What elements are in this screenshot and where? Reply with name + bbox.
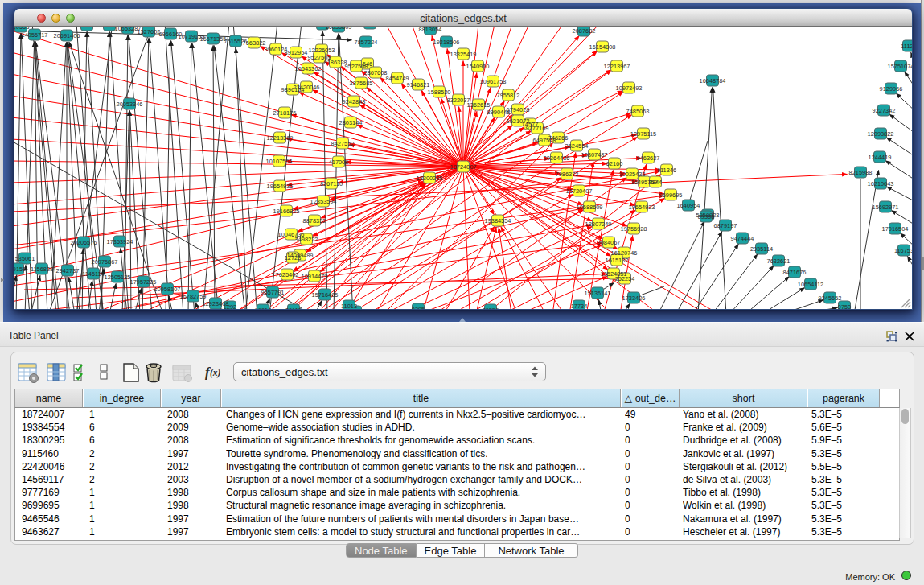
svg-text:19756928: 19756928 <box>621 225 647 233</box>
svg-text:10807487: 10807487 <box>581 151 608 159</box>
svg-text:1156829: 1156829 <box>31 266 53 273</box>
svg-text:12093822: 12093822 <box>868 130 894 138</box>
svg-text:8471676: 8471676 <box>783 269 807 276</box>
svg-text:7986372: 7986372 <box>556 171 579 178</box>
svg-text:19654923: 19654923 <box>629 204 655 211</box>
svg-text:96014: 96014 <box>255 307 272 309</box>
svg-text:535061: 535061 <box>15 255 35 262</box>
svg-text:19384554: 19384554 <box>485 217 511 225</box>
svg-text:20053346: 20053346 <box>117 101 143 108</box>
svg-text:15692971: 15692971 <box>873 204 899 211</box>
svg-text:10958107: 10958107 <box>154 286 181 293</box>
svg-text:10654112: 10654112 <box>798 281 823 288</box>
svg-text:11123: 11123 <box>901 43 912 50</box>
svg-text:20364436: 20364436 <box>544 154 570 162</box>
svg-text:18807249: 18807249 <box>585 220 612 228</box>
svg-text:546: 546 <box>363 60 372 68</box>
svg-text:8813054: 8813054 <box>419 27 442 33</box>
svg-text:17734: 17734 <box>571 303 588 309</box>
svg-text:16648784: 16648784 <box>700 77 726 84</box>
svg-text:1588520: 1588520 <box>428 89 451 96</box>
svg-text:62160: 62160 <box>606 160 623 167</box>
svg-text:18724007: 18724007 <box>450 163 477 171</box>
svg-text:2087682: 2087682 <box>573 27 596 35</box>
svg-text:1640954: 1640954 <box>677 202 700 209</box>
svg-text:20206576: 20206576 <box>71 239 97 246</box>
svg-text:9242848: 9242848 <box>343 98 366 105</box>
svg-text:6794028: 6794028 <box>507 106 530 113</box>
svg-text:9750: 9750 <box>838 303 851 309</box>
svg-text:9146821: 9146821 <box>407 81 430 89</box>
svg-text:8267110: 8267110 <box>320 180 343 187</box>
svg-text:8215988: 8215988 <box>849 169 873 176</box>
svg-text:417006: 417006 <box>329 159 349 166</box>
svg-text:13325419: 13325419 <box>450 51 477 58</box>
svg-text:18300295: 18300295 <box>417 175 443 182</box>
svg-text:(x): (x) <box>210 368 221 378</box>
svg-text:19218506: 19218506 <box>433 39 460 46</box>
svg-text:6879197: 6879197 <box>714 222 737 229</box>
svg-text:17957225: 17957225 <box>130 278 157 286</box>
svg-text:16120746: 16120746 <box>611 249 638 257</box>
svg-text:7485063: 7485063 <box>626 108 650 115</box>
svg-text:10025433: 10025433 <box>619 171 646 178</box>
svg-text:1733426: 1733426 <box>622 295 646 302</box>
svg-text:9657791: 9657791 <box>261 289 285 296</box>
svg-text:3624554: 3624554 <box>565 142 589 150</box>
svg-text:12353594: 12353594 <box>310 198 337 205</box>
svg-text:16782759: 16782759 <box>180 293 207 300</box>
svg-text:1145114: 1145114 <box>82 270 105 278</box>
svg-text:8454749: 8454749 <box>386 75 409 82</box>
svg-text:9463627: 9463627 <box>637 154 660 162</box>
svg-text:9245652: 9245652 <box>819 295 842 302</box>
svg-text:19654935: 19654935 <box>267 183 294 190</box>
svg-text:12505135: 12505135 <box>105 274 131 281</box>
svg-text:20556: 20556 <box>483 307 499 309</box>
svg-text:2803144: 2803144 <box>339 119 363 126</box>
svg-text:9844: 9844 <box>649 179 662 186</box>
svg-text:12226053: 12226053 <box>309 47 335 54</box>
svg-text:16671355: 16671355 <box>200 35 227 43</box>
svg-text:15720407: 15720407 <box>566 187 593 195</box>
svg-text:1292: 1292 <box>224 303 236 309</box>
svg-text:10107554: 10107554 <box>266 158 293 165</box>
svg-text:8912954: 8912954 <box>285 49 308 56</box>
svg-text:8395: 8395 <box>412 306 425 309</box>
svg-text:9777169: 9777169 <box>526 125 549 132</box>
svg-text:10961758: 10961758 <box>480 78 507 85</box>
svg-text:16914479: 16914479 <box>302 273 328 280</box>
svg-text:6497508: 6497508 <box>533 137 556 144</box>
svg-text:39159: 39159 <box>14 266 26 273</box>
svg-text:2942737: 2942737 <box>56 267 80 274</box>
svg-text:10688609: 10688609 <box>577 204 603 211</box>
svg-text:12213967: 12213967 <box>604 63 630 70</box>
svg-text:16543362: 16543362 <box>295 65 322 72</box>
svg-text:17016504: 17016504 <box>882 225 909 233</box>
svg-text:9227342: 9227342 <box>873 107 896 114</box>
svg-text:12975115: 12975115 <box>630 130 656 138</box>
svg-text:9896124: 9896124 <box>281 86 305 93</box>
svg-text:9699695: 9699695 <box>659 192 683 199</box>
svg-text:7663822: 7663822 <box>243 39 266 47</box>
svg-text:15716485: 15716485 <box>312 291 339 299</box>
svg-text:3875685: 3875685 <box>350 80 373 87</box>
svg-text:11013: 11013 <box>341 303 357 309</box>
svg-text:2935114: 2935114 <box>750 245 773 253</box>
svg-text:9084067: 9084067 <box>598 239 621 246</box>
svg-text:1362615: 1362615 <box>467 101 491 109</box>
svg-text:1615132: 1615132 <box>606 257 629 264</box>
svg-text:16210643: 16210643 <box>868 180 894 187</box>
svg-text:20533: 20533 <box>14 27 29 31</box>
svg-text:20975867: 20975867 <box>92 258 118 266</box>
svg-text:17692: 17692 <box>79 27 96 29</box>
svg-text:12213369: 12213369 <box>267 134 294 142</box>
svg-text:2867608: 2867608 <box>364 69 388 76</box>
svg-text:116753: 116753 <box>894 247 912 254</box>
svg-text:15136141: 15136141 <box>585 290 611 297</box>
svg-text:8878352: 8878352 <box>303 217 326 225</box>
svg-text:16033809: 16033809 <box>326 27 352 31</box>
svg-text:15751074: 15751074 <box>888 63 912 70</box>
svg-text:7857224: 7857224 <box>355 39 378 46</box>
svg-text:7955812: 7955812 <box>497 92 520 99</box>
svg-text:3498222: 3498222 <box>295 236 318 243</box>
